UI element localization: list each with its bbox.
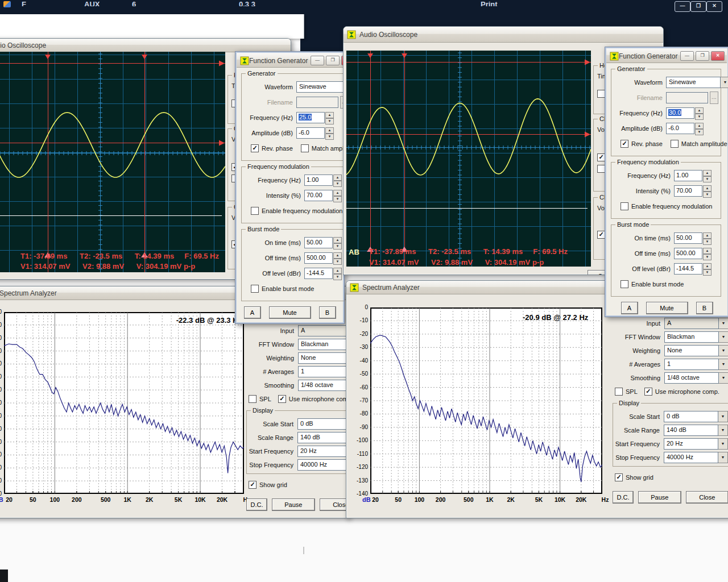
pause-button[interactable]: Pause [272,498,315,511]
minimize-button[interactable]: — [311,56,324,65]
x-tick-label: 10K [551,496,570,503]
scale-start-select[interactable]: 0 dB▼ [297,418,349,430]
chevron-down-icon[interactable]: ▼ [719,318,728,329]
restore-button[interactable]: ❐ [326,56,340,65]
burst-level-spinner[interactable]: ▲▼ [333,268,342,279]
fm-frequency-spinner[interactable]: ▲▼ [703,170,712,181]
chevron-down-icon[interactable]: ▼ [721,77,728,88]
weighting-select[interactable]: None▼ [298,352,349,364]
minimize-button[interactable]: — [680,51,694,61]
chevron-down-icon[interactable]: ▼ [718,452,728,463]
scale-range-select[interactable]: 140 dB▼ [297,432,349,443]
frequency-input[interactable]: 25.0 [296,112,325,123]
weighting-select[interactable]: None▼ [664,345,728,356]
chevron-down-icon[interactable]: ▼ [718,438,728,450]
burst-off-input[interactable]: 500.00 [674,248,702,259]
pause-button[interactable]: Pause [638,491,681,504]
fm-intensity-input[interactable]: 70.00 [304,190,333,201]
mute-button[interactable]: Mute [269,306,311,319]
channel-a-button[interactable]: A [244,306,261,319]
burst-level-input[interactable]: -144.5 [304,268,333,279]
dc-button[interactable]: D.C. [246,498,267,511]
enable-burst-checkbox[interactable]: Enable burst mode [621,280,684,288]
amplitude-spinner[interactable]: ▲▼ [695,123,704,134]
frequency-spinner[interactable]: ▲▼ [325,112,334,123]
scale-start-select[interactable]: 0 dB▼ [664,411,728,422]
burst-off-spinner[interactable]: ▲▼ [333,252,342,264]
burst-off-input[interactable]: 500.00 [304,252,333,264]
oscilloscope-titlebar[interactable]: Audio Oscilloscope [0,39,291,52]
smoothing-select[interactable]: 1/48 octave▼ [664,372,728,384]
mute-button[interactable]: Mute [646,302,688,314]
burst-level-spinner[interactable]: ▲▼ [703,263,712,275]
close-button[interactable]: ✕ [706,1,722,12]
amplitude-input[interactable]: -6.0 [296,127,325,139]
chevron-down-icon[interactable]: ▼ [719,359,728,370]
fm-frequency-input[interactable]: 1.00 [674,170,702,181]
waveform-select[interactable]: Sinewave ▼ [666,77,728,88]
rev-phase-checkbox[interactable]: ✓Rev. phase [621,140,663,148]
close-button[interactable]: Close [320,498,349,511]
channel-a-button[interactable]: A [621,302,638,314]
burst-level-input[interactable]: -144.5 [674,263,702,275]
channel-b-button[interactable]: B [319,306,336,319]
frequency-input[interactable]: 30.0 [666,107,694,119]
burst-on-input[interactable]: 50.00 [304,237,333,248]
enable-fm-checkbox[interactable]: Enable frequency modulation [621,202,712,210]
chevron-down-icon[interactable]: ▼ [719,372,728,384]
input-select[interactable]: A▼ [298,325,349,336]
function-generator-titlebar[interactable]: Function Generator — ❐ ✕ [606,48,727,63]
chevron-down-icon[interactable]: ▼ [719,345,728,356]
burst-on-spinner[interactable]: ▲▼ [703,232,712,244]
amplitude-spinner[interactable]: ▲▼ [325,127,334,139]
mic-comp-checkbox[interactable]: ✓Use microphone comp [278,395,349,403]
fm-intensity-spinner[interactable]: ▲▼ [333,190,342,201]
enable-burst-checkbox[interactable]: Enable burst mode [251,285,314,293]
fm-intensity-input[interactable]: 70.00 [674,185,702,197]
enable-fm-checkbox[interactable]: Enable frequency modulation [251,207,342,215]
waveform-select[interactable]: Sinewave ▼ [296,81,345,93]
burst-on-input[interactable]: 50.00 [674,232,702,244]
restore-button[interactable]: ❐ [696,51,709,61]
start-frequency-select[interactable]: 20 Hz▼ [664,438,728,450]
smoothing-select[interactable]: 1/48 octave▼ [298,380,349,391]
channel-b-button[interactable]: B [696,302,713,314]
scale-range-select[interactable]: 140 dB▼ [664,425,728,436]
restore-button[interactable]: ❐ [690,1,706,12]
chevron-down-icon[interactable]: ▼ [718,411,728,422]
fm-intensity-spinner[interactable]: ▲▼ [703,185,712,197]
averages-select[interactable]: 1▼ [298,366,349,377]
fm-frequency-input[interactable]: 1.00 [304,174,333,186]
function-generator-window-right[interactable]: Function Generator — ❐ ✕ Generator Wavef… [605,47,728,317]
oscilloscope-titlebar[interactable]: Audio Oscilloscope [344,27,663,43]
rev-phase-checkbox[interactable]: ✓Rev. phase [251,144,293,152]
input-select[interactable]: A▼ [664,318,728,329]
stop-frequency-select[interactable]: 40000 Hz▼ [297,459,349,471]
minimize-button[interactable]: — [675,1,690,12]
close-button[interactable]: ✕ [711,51,725,61]
burst-on-spinner[interactable]: ▲▼ [333,237,342,248]
show-grid-checkbox[interactable]: ✓Show grid [249,481,287,489]
function-generator-titlebar[interactable]: Function Generator — ❐ ✕ [237,53,345,68]
averages-select[interactable]: 1▼ [664,359,728,370]
browse-button[interactable]: ... [710,92,718,104]
spl-checkbox[interactable]: SPL [249,395,271,403]
show-grid-checkbox[interactable]: ✓Show grid [615,473,653,481]
function-generator-window-left[interactable]: Function Generator — ❐ ✕ Generator Wavef… [235,51,345,324]
chevron-down-icon[interactable]: ▼ [718,425,728,436]
amplitude-input[interactable]: -6.0 [666,123,694,134]
start-frequency-select[interactable]: 20 Hz▼ [297,446,349,457]
match-amplitude-checkbox[interactable]: Match amplitude [301,144,345,152]
fft-window-select[interactable]: Blackman▼ [298,339,349,350]
fm-frequency-spinner[interactable]: ▲▼ [333,174,342,186]
dc-button[interactable]: D.C. [613,491,634,504]
close-button[interactable]: Close [686,491,728,504]
stop-frequency-select[interactable]: 40000 Hz▼ [664,452,728,463]
spl-checkbox[interactable]: SPL [615,388,638,396]
burst-off-spinner[interactable]: ▲▼ [703,248,712,259]
chevron-down-icon[interactable]: ▼ [719,331,728,343]
mic-comp-checkbox[interactable]: ✓Use microphone comp. [644,388,719,396]
frequency-spinner[interactable]: ▲▼ [695,107,704,119]
fft-window-select[interactable]: Blackman▼ [664,331,728,343]
match-amplitude-checkbox[interactable]: Match amplitude [671,140,727,148]
